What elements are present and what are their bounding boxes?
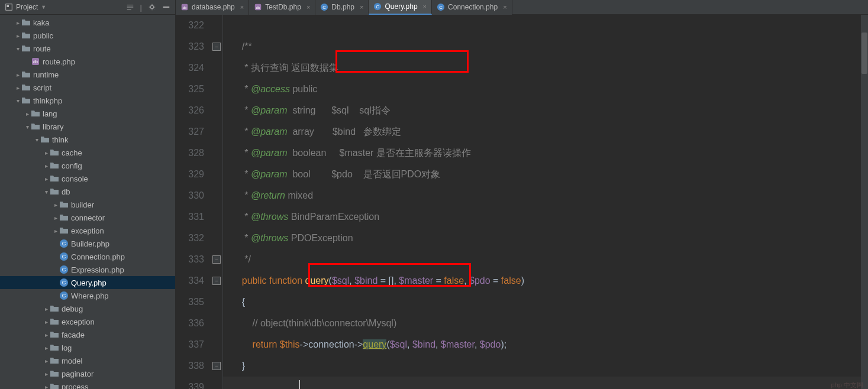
chevron-right-icon[interactable]: ▸	[14, 20, 21, 26]
collapse-icon[interactable]	[126, 3, 134, 11]
line-number[interactable]: 333	[176, 249, 204, 270]
tab-testdb-php[interactable]: dbTestDb.php×	[249, 0, 315, 15]
code-line[interactable]: {	[231, 291, 868, 313]
tree-node-process[interactable]: ▸process	[0, 380, 175, 389]
chevron-down-icon[interactable]: ▾	[33, 137, 40, 143]
code-line[interactable]: * @param bool $pdo 是否返回PDO对象	[231, 164, 868, 185]
chevron-right-icon[interactable]: ▸	[52, 215, 59, 221]
tree-node-debug[interactable]: ▸debug	[0, 302, 175, 315]
project-tree[interactable]: ▸kaka▸public▾routedbroute.php▸runtime▸sc…	[0, 15, 175, 389]
chevron-down-icon[interactable]: ▾	[14, 46, 21, 52]
chevron-down-icon[interactable]: ▾	[24, 124, 31, 130]
line-number[interactable]: 330	[176, 185, 204, 206]
chevron-right-icon[interactable]: ▸	[24, 111, 31, 117]
chevron-right-icon[interactable]: ▸	[43, 332, 50, 338]
line-number[interactable]: 329	[176, 164, 204, 185]
code-line[interactable]: * @param boolean $master 是否在主服务器读操作	[231, 142, 868, 164]
code-line[interactable]: * 执行查询 返回数据集	[231, 57, 868, 79]
code-line[interactable]: * @param string $sql sql指令	[231, 100, 868, 121]
fold-handle-icon[interactable]: −	[212, 43, 221, 51]
line-number[interactable]: 327	[176, 121, 204, 142]
line-number[interactable]: 337	[176, 334, 204, 355]
code-line[interactable]: // object(think\db\connector\Mysql)	[231, 313, 868, 334]
tab-database-php[interactable]: dbdatabase.php×	[176, 0, 249, 15]
line-number[interactable]: 339	[176, 377, 204, 389]
fold-handle-icon[interactable]: −	[212, 277, 221, 285]
tree-node-model[interactable]: ▸model	[0, 354, 175, 367]
code-line[interactable]: * @return mixed	[231, 185, 868, 206]
line-number[interactable]: 325	[176, 79, 204, 100]
line-number[interactable]: 336	[176, 313, 204, 334]
tree-node-kaka[interactable]: ▸kaka	[0, 16, 175, 29]
tree-node-think[interactable]: ▾think	[0, 133, 175, 146]
chevron-right-icon[interactable]: ▸	[14, 33, 21, 39]
code-line[interactable]: * @throws BindParamException	[231, 206, 868, 228]
tree-node-builder-php[interactable]: CBuilder.php	[0, 237, 175, 250]
tree-node-db[interactable]: ▾db	[0, 185, 175, 198]
tree-node-query-php[interactable]: CQuery.php	[0, 276, 175, 289]
tree-node-route[interactable]: ▾route	[0, 42, 175, 55]
tree-node-paginator[interactable]: ▸paginator	[0, 367, 175, 380]
tree-node-exception[interactable]: ▸exception	[0, 224, 175, 237]
code-line[interactable]: * @param array $bind 参数绑定	[231, 121, 868, 142]
line-number[interactable]: 332	[176, 228, 204, 249]
scrollbar-thumb[interactable]	[861, 33, 867, 74]
tree-node-connection-php[interactable]: CConnection.php	[0, 250, 175, 263]
tree-node-log[interactable]: ▸log	[0, 341, 175, 354]
tree-node-route-php[interactable]: dbroute.php	[0, 55, 175, 68]
chevron-right-icon[interactable]: ▸	[43, 371, 50, 377]
tree-node-connector[interactable]: ▸connector	[0, 211, 175, 224]
chevron-right-icon[interactable]: ▸	[43, 319, 50, 325]
tree-node-exception[interactable]: ▸exception	[0, 315, 175, 328]
tree-node-thinkphp[interactable]: ▾thinkphp	[0, 94, 175, 107]
code-line[interactable]: */	[231, 249, 868, 270]
vertical-scrollbar[interactable]	[861, 15, 868, 389]
line-number[interactable]: 331	[176, 206, 204, 228]
line-number[interactable]: 322	[176, 15, 204, 36]
tree-node-where-php[interactable]: CWhere.php	[0, 289, 175, 302]
tab-query-php[interactable]: CQuery.php×	[369, 0, 432, 15]
chevron-right-icon[interactable]: ▸	[43, 345, 50, 351]
chevron-right-icon[interactable]: ▸	[43, 150, 50, 156]
project-title[interactable]: Project ▼	[5, 3, 46, 11]
chevron-down-icon[interactable]: ▾	[14, 98, 21, 104]
tree-node-runtime[interactable]: ▸runtime	[0, 68, 175, 81]
tree-node-config[interactable]: ▸config	[0, 159, 175, 172]
code-line[interactable]: * @access public	[231, 79, 868, 100]
tree-node-library[interactable]: ▾library	[0, 120, 175, 133]
close-icon[interactable]: ×	[360, 4, 363, 11]
close-icon[interactable]: ×	[306, 4, 310, 11]
chevron-right-icon[interactable]: ▸	[52, 202, 59, 208]
close-icon[interactable]: ×	[503, 4, 506, 11]
hide-icon[interactable]	[162, 3, 170, 11]
chevron-right-icon[interactable]: ▸	[43, 384, 50, 390]
chevron-right-icon[interactable]: ▸	[14, 85, 21, 91]
tree-node-expression-php[interactable]: CExpression.php	[0, 263, 175, 276]
chevron-right-icon[interactable]: ▸	[43, 358, 50, 364]
tree-node-lang[interactable]: ▸lang	[0, 107, 175, 120]
code-editor[interactable]: 3223233243253263273283293303313323333343…	[176, 15, 868, 389]
code-line[interactable]: * @throws PDOException	[231, 228, 868, 249]
line-number[interactable]: 338	[176, 355, 204, 377]
fold-handle-icon[interactable]: −	[212, 255, 221, 264]
chevron-right-icon[interactable]: ▸	[52, 228, 59, 234]
chevron-down-icon[interactable]: ▾	[43, 189, 50, 195]
tree-node-console[interactable]: ▸console	[0, 172, 175, 185]
tree-node-builder[interactable]: ▸builder	[0, 198, 175, 211]
tree-node-script[interactable]: ▸script	[0, 81, 175, 94]
code-content[interactable]: /** * 执行查询 返回数据集 * @access public * @par…	[223, 15, 868, 389]
line-number[interactable]: 334	[176, 270, 204, 291]
settings-gear-icon[interactable]	[148, 3, 156, 11]
chevron-right-icon[interactable]: ▸	[43, 306, 50, 312]
tab-connection-php[interactable]: CConnection.php×	[432, 0, 512, 15]
tab-db-php[interactable]: CDb.php×	[315, 0, 369, 15]
tree-node-public[interactable]: ▸public	[0, 29, 175, 42]
chevron-right-icon[interactable]: ▸	[43, 176, 50, 182]
tree-node-cache[interactable]: ▸cache	[0, 146, 175, 159]
line-number[interactable]: 324	[176, 57, 204, 79]
chevron-right-icon[interactable]: ▸	[43, 163, 50, 169]
close-icon[interactable]: ×	[240, 4, 244, 11]
close-icon[interactable]: ×	[423, 3, 427, 10]
line-number[interactable]: 326	[176, 100, 204, 121]
chevron-right-icon[interactable]: ▸	[14, 72, 21, 78]
